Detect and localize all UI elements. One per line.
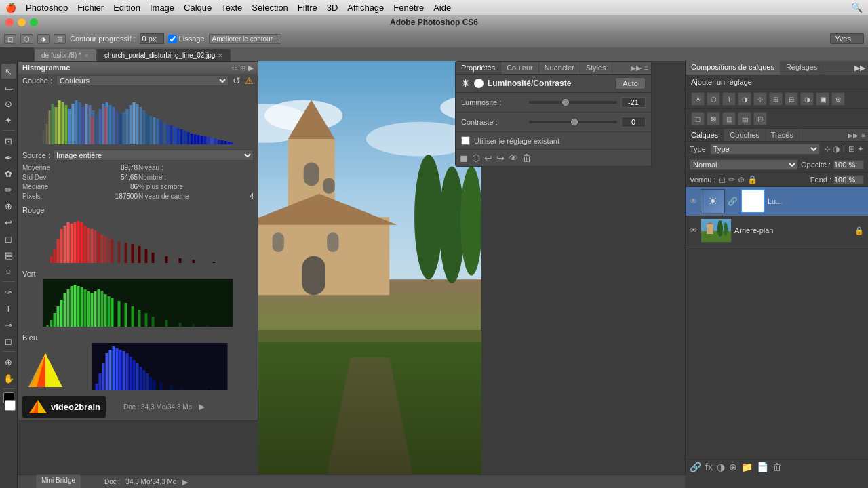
props-bottom-icon-6[interactable]: 🗑 [522, 152, 532, 163]
menu-aide[interactable]: Aide [433, 3, 451, 13]
tool-dodge[interactable]: ○ [1, 264, 16, 279]
fond-input[interactable] [833, 175, 864, 184]
props-expand-icon[interactable]: ▶▶ [631, 64, 642, 72]
lb-adj-icon[interactable]: ⊕ [729, 462, 737, 472]
tool-option-3[interactable]: ⬗ [37, 34, 50, 44]
tool-eyedropper[interactable]: ✒ [1, 150, 16, 165]
histogram-expand[interactable]: ▶ [248, 64, 254, 72]
menu-3d[interactable]: 3D [327, 3, 338, 13]
reg-icon-threshold[interactable]: ▥ [722, 112, 736, 125]
luminosite-input[interactable] [621, 97, 646, 108]
tool-option-1[interactable]: ◻ [4, 34, 16, 44]
tool-hand[interactable]: ✋ [1, 371, 16, 386]
tab-traces[interactable]: Tracés [766, 129, 800, 141]
doc-tab-1[interactable]: church_portal_disturbing_line_02.jpg ✕ [97, 49, 231, 61]
lissage-checkbox[interactable] [168, 35, 177, 43]
layer-row-background[interactable]: 👁 Arrière-plan 🔒 [686, 216, 868, 245]
minimize-button[interactable] [18, 18, 26, 26]
reg-icon-colorbalance[interactable]: ⊟ [785, 92, 798, 106]
lb-mask-icon[interactable]: ◑ [717, 462, 725, 472]
status-arrow[interactable]: ▶ [182, 477, 188, 487]
tab-couches[interactable]: Couches [724, 129, 765, 141]
auto-button[interactable]: Auto [615, 77, 646, 89]
tool-brush[interactable]: ✏ [1, 182, 16, 197]
contraste-slider[interactable] [529, 121, 617, 123]
props-bottom-icon-2[interactable]: ⬡ [472, 152, 480, 163]
tool-path-select[interactable]: ⊸ [1, 317, 16, 332]
tool-option-4[interactable]: ⊞ [54, 34, 66, 44]
comp-tab-reglages[interactable]: Réglages [781, 61, 823, 75]
doc-arrow[interactable]: ▶ [199, 402, 205, 411]
blend-select[interactable]: Normal [690, 159, 798, 170]
tool-stamp[interactable]: ⊕ [1, 199, 16, 214]
menu-texte[interactable]: Texte [221, 3, 242, 13]
doc-tab-1-close[interactable]: ✕ [218, 52, 223, 59]
reg-icon-selcolor[interactable]: ⊡ [753, 112, 767, 125]
tab-styles[interactable]: Styles [580, 62, 612, 74]
layers-menu[interactable]: ≡ [861, 131, 865, 139]
refresh-icon[interactable]: ↺ [233, 75, 241, 86]
filter-icon-1[interactable]: ⊹ [824, 144, 831, 154]
menu-photoshop[interactable]: Photoshop [26, 3, 68, 13]
reg-icon-posterize[interactable]: ⊠ [707, 112, 720, 125]
tool-lasso[interactable]: ⊙ [1, 96, 16, 111]
type-select[interactable]: Type [710, 144, 820, 155]
luminosite-slider[interactable] [529, 101, 617, 104]
opacity-input[interactable] [833, 160, 864, 169]
contraste-input[interactable] [621, 117, 646, 127]
lb-trash-icon[interactable]: 🗑 [772, 462, 782, 472]
props-bottom-icon-1[interactable]: ◼ [460, 152, 468, 163]
tool-history[interactable]: ↩ [1, 215, 16, 230]
filter-icon-5[interactable]: ✦ [857, 144, 864, 154]
layer-vis-bg[interactable]: 👁 [690, 226, 698, 235]
contour-value-input[interactable] [140, 33, 164, 44]
tool-option-2[interactable]: ⬡ [20, 34, 33, 44]
filter-icon-3[interactable]: T [842, 144, 846, 154]
tool-gradient[interactable]: ▤ [1, 247, 16, 262]
comp-tab-compositions[interactable]: Compositions de calques [686, 61, 781, 75]
tool-type[interactable]: T [1, 301, 16, 316]
luminosite-thumb[interactable] [562, 99, 569, 106]
doc-tab-0[interactable]: de fusion/8) * ✕ [34, 49, 97, 61]
lb-link-icon[interactable]: 🔗 [690, 462, 701, 472]
tool-zoom[interactable]: ⊕ [1, 354, 16, 369]
filter-icon-4[interactable]: ⊞ [848, 144, 855, 154]
reg-icon-photofilt[interactable]: ▣ [816, 92, 829, 106]
lock-transparent-icon[interactable]: ◻ [719, 175, 726, 184]
tool-marquee[interactable]: ▭ [1, 80, 16, 95]
tab-nuancier[interactable]: Nuancier [539, 62, 580, 74]
maximize-button[interactable] [30, 18, 38, 26]
lb-fx-icon[interactable]: fx [705, 462, 713, 472]
background-color[interactable] [5, 400, 16, 411]
tab-proprietes[interactable]: Propriétés [456, 62, 501, 74]
search-icon[interactable]: 🔍 [851, 2, 863, 13]
reg-icon-brightness[interactable]: ☀ [691, 92, 705, 106]
menu-selection[interactable]: Sélection [252, 3, 288, 13]
props-bottom-icon-5[interactable]: 👁 [509, 152, 518, 163]
reg-icon-gradmap[interactable]: ▤ [738, 112, 751, 125]
props-bottom-icon-3[interactable]: ↩ [484, 152, 492, 163]
reg-icon-chanmix[interactable]: ⊛ [831, 92, 845, 106]
tool-move[interactable]: ↖ [1, 64, 16, 79]
tool-eraser[interactable]: ◻ [1, 231, 16, 246]
reg-icon-exposure[interactable]: ◑ [738, 92, 751, 106]
tab-calques[interactable]: Calques [686, 129, 724, 141]
close-button[interactable] [5, 18, 14, 26]
tool-heal[interactable]: ✿ [1, 166, 16, 181]
props-menu-icon[interactable]: ≡ [644, 64, 648, 72]
reg-icon-hsl[interactable]: ⊞ [769, 92, 783, 106]
reg-icon-invert[interactable]: ◻ [691, 112, 705, 125]
histogram-icon-2[interactable]: ⊞ [240, 64, 245, 72]
menu-edition[interactable]: Edition [113, 3, 140, 13]
filter-icon-2[interactable]: ◑ [833, 144, 840, 154]
doc-tab-0-close[interactable]: ✕ [84, 52, 90, 59]
menu-calque[interactable]: Calque [184, 3, 212, 13]
props-bottom-icon-4[interactable]: ↪ [496, 152, 505, 163]
menu-filtre[interactable]: Filtre [298, 3, 317, 13]
lock-all-icon[interactable]: 🔒 [747, 175, 757, 184]
lb-folder-icon[interactable]: 📁 [741, 462, 753, 472]
layers-expand[interactable]: ▶▶ [848, 131, 859, 139]
menu-affichage[interactable]: Affichage [347, 3, 384, 13]
tool-crop[interactable]: ⊡ [1, 134, 16, 148]
lb-new-icon[interactable]: 📄 [757, 462, 768, 472]
